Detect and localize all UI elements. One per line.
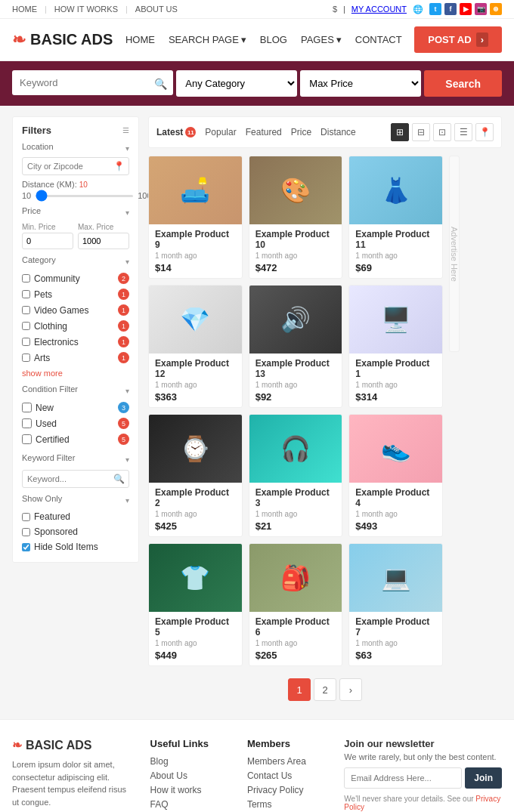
grid-small-view-icon[interactable]: ⊟ xyxy=(412,123,430,141)
category-name: Clothing xyxy=(34,321,67,332)
product-card[interactable]: 💻 Example Product 7 1 month ago $63 xyxy=(348,543,443,666)
footer-logo-icon: ❧ xyxy=(12,738,22,752)
member-link[interactable]: Privacy Policy xyxy=(247,785,304,795)
member-link[interactable]: Contact Us xyxy=(247,770,292,781)
social-icons: t f ▶ 📷 ⊛ xyxy=(429,3,502,15)
nav-search-page[interactable]: SEARCH PAGE ▾ xyxy=(169,34,246,45)
condition-checkbox[interactable] xyxy=(22,403,32,412)
view-icons: ⊞ ⊟ ⊡ ☰ 📍 xyxy=(391,123,494,141)
product-card[interactable]: 👟 Example Product 4 1 month ago $493 xyxy=(348,414,443,537)
location-toggle[interactable]: ▾ xyxy=(125,144,129,153)
price-toggle[interactable]: ▾ xyxy=(125,208,129,217)
product-name: Example Product 10 xyxy=(255,229,336,250)
product-card[interactable]: 🎨 Example Product 10 1 month ago $472 xyxy=(249,156,343,279)
topbar-how-it-works[interactable]: HOW IT WORKS xyxy=(54,5,118,14)
member-link[interactable]: Terms xyxy=(247,799,272,810)
page-button[interactable]: 1 xyxy=(288,678,311,701)
product-card[interactable]: 👕 Example Product 5 1 month ago $449 xyxy=(148,543,243,666)
category-checkbox[interactable] xyxy=(22,290,30,298)
condition-name: Used xyxy=(36,418,57,429)
member-link[interactable]: Members Area xyxy=(247,756,306,767)
topbar-about-us[interactable]: ABOUT US xyxy=(135,5,178,14)
condition-list-item: Used 5 xyxy=(22,415,129,431)
product-image: 🎨 xyxy=(249,156,342,224)
my-account-link[interactable]: MY ACCOUNT xyxy=(351,5,407,14)
map-view-icon[interactable]: 📍 xyxy=(475,123,494,141)
useful-link[interactable]: How it works xyxy=(150,785,202,795)
price-select[interactable]: Max Price xyxy=(300,70,421,97)
main-container: Filters ☰ Location ▾ 📍 Distance (KM): 10… xyxy=(0,106,514,719)
product-card[interactable]: 👗 Example Product 11 1 month ago $69 xyxy=(348,156,443,279)
product-name: Example Product 7 xyxy=(355,616,436,638)
product-card[interactable]: 💎 Example Product 12 1 month ago $363 xyxy=(148,285,243,408)
max-price-input[interactable] xyxy=(78,233,129,249)
sort-tab[interactable]: Popular xyxy=(205,127,236,137)
nav-pages[interactable]: PAGES ▾ xyxy=(301,34,342,45)
show-more-link[interactable]: show more xyxy=(22,369,63,378)
facebook-icon[interactable]: f xyxy=(444,3,457,15)
product-card[interactable]: ⌚ Example Product 2 1 month ago $425 xyxy=(148,414,243,537)
category-checkbox[interactable] xyxy=(22,306,30,314)
newsletter-email-input[interactable] xyxy=(344,767,462,789)
grid-view-icon[interactable]: ⊞ xyxy=(391,123,409,141)
keyword-toggle[interactable]: ▾ xyxy=(125,455,129,464)
product-card[interactable]: 🛋️ Example Product 9 1 month ago $14 xyxy=(148,156,243,279)
product-image: 💎 xyxy=(149,286,242,354)
location-filter: Location ▾ 📍 Distance (KM): 10 10 100 xyxy=(22,142,129,200)
category-list: Community 2 Pets 1 Video Games 1 Clothin… xyxy=(22,270,129,366)
instagram-icon[interactable]: 📷 xyxy=(475,3,487,15)
useful-link[interactable]: Blog xyxy=(150,756,169,767)
category-toggle[interactable]: ▾ xyxy=(125,258,129,266)
filters-toggle-icon[interactable]: ☰ xyxy=(122,126,129,134)
condition-toggle[interactable]: ▾ xyxy=(125,387,129,395)
nav-blog[interactable]: BLOG xyxy=(260,34,287,45)
newsletter-privacy: We'll never share your details. See our … xyxy=(344,795,502,811)
product-price: $63 xyxy=(355,650,436,661)
product-time: 1 month ago xyxy=(255,381,336,389)
category-count: 2 xyxy=(118,273,129,284)
category-checkbox[interactable] xyxy=(22,274,30,283)
condition-checkbox[interactable] xyxy=(22,434,32,444)
condition-count: 5 xyxy=(118,418,129,429)
next-page-button[interactable]: › xyxy=(339,678,362,701)
show-only-checkbox[interactable] xyxy=(22,528,30,536)
category-checkbox[interactable] xyxy=(22,338,30,346)
topbar-right: $ | MY ACCOUNT 🌐 t f ▶ 📷 ⊛ xyxy=(333,3,502,15)
nav-home[interactable]: HOME xyxy=(125,34,155,45)
topbar-home[interactable]: HOME xyxy=(12,5,37,14)
youtube-icon[interactable]: ▶ xyxy=(460,3,472,15)
newsletter-join-button[interactable]: Join xyxy=(465,767,502,789)
useful-link[interactable]: FAQ xyxy=(150,799,169,810)
two-col-view-icon[interactable]: ⊡ xyxy=(433,123,451,141)
min-price-input[interactable] xyxy=(22,233,73,249)
sort-tab[interactable]: Featured xyxy=(246,127,282,137)
nav-contact[interactable]: CONTACT xyxy=(355,34,402,45)
page-button[interactable]: 2 xyxy=(314,678,336,701)
list-view-icon[interactable]: ☰ xyxy=(454,123,472,141)
category-select[interactable]: Any Category xyxy=(176,70,297,97)
product-card[interactable]: 🎧 Example Product 3 1 month ago $21 xyxy=(249,414,343,537)
sort-tab[interactable]: Price xyxy=(291,127,311,137)
product-card[interactable]: 🖥️ Example Product 1 1 month ago $314 xyxy=(348,285,443,408)
category-checkbox[interactable] xyxy=(22,354,30,362)
sort-tab[interactable]: Distance xyxy=(320,127,356,137)
category-checkbox[interactable] xyxy=(22,322,30,330)
rss-icon[interactable]: ⊛ xyxy=(490,3,502,15)
sort-tab[interactable]: Latest 11 xyxy=(156,127,196,137)
show-only-checkbox[interactable] xyxy=(22,543,30,551)
search-keyword-input[interactable] xyxy=(12,70,173,95)
category-name: Video Games xyxy=(34,305,89,316)
show-only-checkbox[interactable] xyxy=(22,513,30,521)
useful-link[interactable]: About Us xyxy=(150,770,187,781)
product-card[interactable]: 🎒 Example Product 6 1 month ago $265 xyxy=(249,543,343,666)
search-keyword-wrap: 🔍 xyxy=(12,70,173,97)
twitter-icon[interactable]: t xyxy=(429,3,441,15)
show-only-toggle[interactable]: ▾ xyxy=(125,496,129,505)
search-button[interactable]: Search xyxy=(424,70,502,97)
location-pin-icon: 📍 xyxy=(113,161,125,171)
condition-checkbox[interactable] xyxy=(22,418,32,428)
newsletter-title: Join our newsletter xyxy=(344,738,502,749)
post-ad-button[interactable]: POST AD › xyxy=(414,26,502,53)
distance-slider[interactable] xyxy=(36,195,133,197)
product-card[interactable]: 🔊 Example Product 13 1 month ago $92 xyxy=(249,285,343,408)
